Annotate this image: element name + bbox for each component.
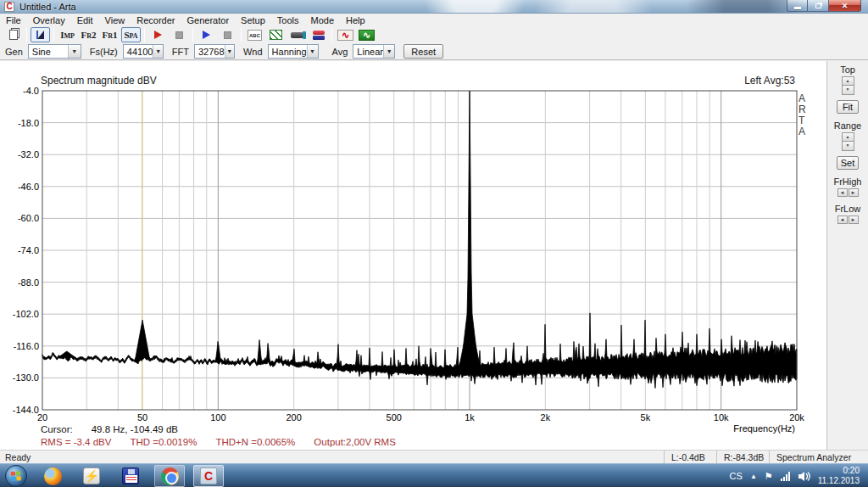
frequency-response2-button[interactable]: Fr2 (79, 27, 98, 42)
menu-generator[interactable]: Generator (181, 14, 236, 26)
red-blue-bars-icon (313, 31, 325, 40)
range-spinner: ▲ ▼ (842, 132, 854, 151)
fft-select[interactable]: 32768▼ (194, 44, 235, 59)
frhigh-right-button[interactable]: ► (849, 188, 859, 197)
top-down-button[interactable]: ▼ (842, 86, 854, 95)
menu-overlay[interactable]: Overlay (27, 14, 71, 26)
menu-edit[interactable]: Edit (71, 14, 99, 26)
signal-view-button[interactable] (31, 27, 50, 42)
restore-icon (815, 3, 821, 8)
menu-recorder[interactable]: Recorder (131, 14, 181, 26)
top-up-button[interactable]: ▲ (842, 76, 854, 86)
chevron-down-icon[interactable]: ▼ (307, 45, 318, 58)
svg-text:20: 20 (37, 412, 47, 423)
toolbar-separator (53, 28, 54, 42)
taskbar-chrome-button[interactable] (154, 465, 185, 487)
svg-text:5k: 5k (641, 412, 651, 423)
new-document-icon (9, 30, 18, 40)
language-indicator[interactable]: CS (730, 471, 743, 481)
restore-button[interactable] (808, 0, 829, 12)
signal-wave-button[interactable]: ∿ (336, 27, 355, 42)
calibration-button[interactable]: ABC (245, 27, 264, 42)
frequency-response1-button[interactable]: Fr1 (100, 27, 120, 42)
thdn-value: THD+N =0.0065% (215, 437, 295, 447)
spectrum-plot[interactable]: -4.0-18.0-32.0-46.0-60.0-74.0-88.0-102.0… (0, 61, 826, 450)
close-button[interactable]: ✕ (829, 0, 861, 12)
menu-mode[interactable]: Mode (304, 14, 340, 26)
minimize-button[interactable] (787, 0, 808, 12)
taskbar-firefox-button[interactable] (37, 465, 68, 487)
frhigh-left-button[interactable]: ◄ (837, 188, 848, 197)
spectrum-view: -4.0-18.0-32.0-46.0-60.0-74.0-88.0-102.0… (0, 61, 868, 450)
clock[interactable]: 0:20 11.12.2013 (818, 466, 865, 486)
status-bar: Ready L:-0.4dB R:-84.3dB Spectrum Analyz… (0, 450, 868, 463)
svg-text:-18.0: -18.0 (18, 118, 39, 128)
menu-setup[interactable]: Setup (235, 14, 271, 26)
fr2-label: Fr2 (81, 30, 97, 40)
imp-label: Imp (60, 30, 75, 40)
wnd-select[interactable]: Hanning▼ (268, 44, 319, 59)
generator-start-button[interactable] (197, 27, 216, 42)
windows-flag-icon (10, 470, 22, 482)
window-title: Untitled - Arta (19, 2, 76, 12)
range-down-button[interactable]: ▼ (842, 142, 854, 151)
spectrogram-button[interactable] (266, 27, 286, 42)
network-signal-icon[interactable] (781, 472, 790, 481)
wnd-label: Wnd (243, 47, 263, 57)
frlow-right-button[interactable]: ► (849, 216, 859, 224)
svg-text:-4.0: -4.0 (23, 86, 39, 96)
start-button[interactable] (5, 465, 27, 487)
svg-text:-46.0: -46.0 (18, 182, 39, 192)
svg-text:-88.0: -88.0 (18, 277, 39, 288)
top-spinner: ▲ ▼ (842, 76, 854, 95)
record-stop-button[interactable] (170, 27, 189, 42)
action-center-flag-icon[interactable]: ⚑ (765, 471, 773, 482)
range-up-button[interactable]: ▲ (842, 132, 854, 142)
flag-icon (36, 30, 46, 40)
wnd-value: Hanning (272, 47, 307, 57)
chevron-down-icon[interactable]: ▼ (225, 45, 234, 58)
chevron-down-icon[interactable]: ▼ (68, 45, 81, 58)
show-hidden-icons-chevron[interactable]: ▲ (750, 473, 757, 480)
arta-watermark: ARTA (798, 93, 809, 137)
generator-stop-button[interactable] (218, 27, 237, 42)
impulse-response-button[interactable]: Imp (58, 27, 77, 42)
svg-text:20k: 20k (789, 412, 804, 423)
avg-label: Avg (332, 47, 348, 57)
menu-file[interactable]: File (0, 14, 27, 26)
menu-tools[interactable]: Tools (271, 14, 305, 26)
reset-button[interactable]: Reset (403, 44, 443, 59)
fr1-label: Fr1 (103, 30, 118, 40)
abc-icon: ABC (248, 30, 262, 41)
stop-icon (224, 31, 231, 39)
menu-view[interactable]: View (99, 14, 131, 26)
speaker-icon[interactable] (798, 471, 810, 482)
cursor-label: Cursor: (41, 424, 73, 434)
taskbar-floppy-button[interactable] (115, 465, 146, 487)
chevron-down-icon[interactable]: ▼ (383, 45, 394, 58)
stop-icon (175, 31, 183, 39)
fit-button[interactable]: Fit (837, 100, 859, 114)
record-button[interactable] (148, 27, 168, 42)
spectrogram-icon (270, 30, 282, 40)
overlay-bars-button[interactable] (309, 27, 328, 42)
title-bar[interactable]: C Untitled - Arta ✕ (0, 0, 868, 14)
taskbar-arta-button[interactable]: C (193, 465, 224, 487)
avg-select[interactable]: Linear▼ (353, 44, 395, 59)
spa-label: Spa (124, 30, 137, 40)
menu-help[interactable]: Help (340, 14, 371, 26)
taskbar-winamp-button[interactable]: ⚡ (76, 465, 107, 487)
gen-select[interactable]: Sine▼ (28, 44, 81, 59)
probe-button[interactable] (287, 27, 307, 42)
spectrum-analyzer-button[interactable]: Spa (121, 27, 141, 42)
set-button[interactable]: Set (837, 156, 859, 170)
chevron-down-icon[interactable]: ▼ (153, 45, 162, 58)
toolbar-separator (331, 28, 332, 42)
fs-select[interactable]: 44100▼ (123, 44, 164, 59)
signal-wave-active-button[interactable]: ∿ (357, 27, 376, 42)
avg-value: Linear (357, 47, 383, 57)
frlow-left-button[interactable]: ◄ (837, 216, 848, 224)
sine-wave-icon: ∿ (337, 30, 353, 41)
new-file-button[interactable] (3, 27, 23, 42)
rms-readout: RMS = -3.4 dBV THD =0.0019% THD+N =0.006… (41, 437, 396, 447)
